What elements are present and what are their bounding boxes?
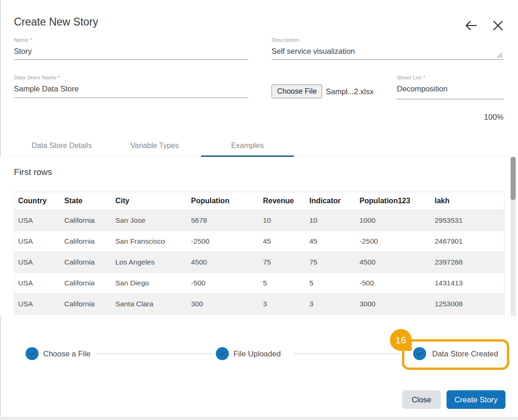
column-header: Population [188,192,259,210]
examples-panel: First rows Country State City Population… [0,157,518,317]
column-header: Country [14,192,61,210]
table-row-clipped [14,315,505,317]
table-cell: 4500 [356,252,431,273]
choose-file-button[interactable]: Choose File [272,84,322,98]
table-cell: San Franscisco [112,231,188,252]
table-row: USA California San Diego -500 5 5 -500 1… [14,273,505,294]
annotation-badge: 16 [390,329,412,351]
table-cell: 10 [306,210,356,231]
table-cell: 5 [259,273,306,294]
table-cell: USA [14,231,61,252]
first-rows-table: Country State City Population Revenue In… [14,192,505,317]
sheet-list-label: Sheet List * [397,75,504,80]
table-cell: 3 [259,294,306,315]
table-cell: 3000 [356,294,431,315]
table-cell: -500 [188,273,259,294]
data-store-name-label: Data Store Name * [14,75,248,80]
table-cell: USA [14,252,61,273]
name-label: Name * [14,37,248,43]
table-cell: USA [14,294,61,315]
close-icon[interactable] [492,19,505,32]
table-cell: USA [14,210,61,231]
step-file-uploaded-check-icon [216,347,229,360]
tab-bar: Data Store Details Variable Types Exampl… [15,135,294,157]
upload-progress-percent: 100% [457,113,504,122]
sheet-list-value[interactable]: Decomposition [397,84,504,93]
table-row: USA California Santa Clara 300 3 3 3000 … [14,294,505,315]
table-cell: 75 [306,252,356,273]
table-cell: 5678 [188,210,259,231]
name-value[interactable]: Story [14,47,248,56]
step-data-store-created-check-icon [413,347,426,360]
dialog-bottom-edge [0,417,518,420]
table-cell: 2397288 [431,252,505,273]
sheet-list-field[interactable]: Sheet List * Decomposition [397,75,504,99]
table-cell: 1000 [356,210,431,231]
table-cell: -500 [356,273,431,294]
table-cell: 300 [188,294,259,315]
table-cell: Los Angeles [112,252,188,273]
table-cell: 2953531 [431,210,505,231]
table-cell: 3 [306,294,356,315]
tab-variable-types[interactable]: Variable Types [108,135,201,157]
table-cell: California [61,294,112,315]
table-row: USA California Los Angeles 4500 75 75 45… [14,252,505,273]
table-row: USA California San Jose 5678 10 10 1000 … [14,210,505,231]
vertical-scrollbar-track[interactable] [511,157,516,317]
step-choose-file-label: Choose a File [43,349,91,358]
data-store-name-value[interactable]: Sample Data Store [14,84,248,93]
annotation-badge-number: 16 [395,335,406,346]
tab-data-store-details[interactable]: Data Store Details [15,135,108,157]
table-cell: -2500 [188,231,259,252]
name-underline [14,59,248,60]
column-header: Indicator [306,192,356,210]
table-row: USA California San Franscisco -2500 45 4… [14,231,505,252]
page-title: Create New Story [14,16,98,28]
create-story-button[interactable]: Create Story [447,390,505,409]
table-cell: 75 [259,252,306,273]
table-cell: California [61,252,112,273]
name-field[interactable]: Name * Story [14,37,248,60]
table-cell: 45 [306,231,356,252]
table-cell: 45 [259,231,306,252]
column-header: Revenue [259,192,306,210]
first-rows-heading: First rows [14,167,52,177]
table-cell: 2467901 [431,231,505,252]
table-cell: 1253008 [431,294,505,315]
table-cell: California [61,231,112,252]
table-cell: Santa Clara [112,294,188,315]
step-data-store-created-label: Data Store Created [432,349,498,358]
resize-handle-icon[interactable] [497,52,503,58]
back-icon[interactable] [465,19,478,32]
table-cell: California [61,273,112,294]
description-underline [272,59,504,60]
table-cell: USA [14,273,61,294]
step-file-uploaded-label: File Uploaded [233,349,281,358]
table-cell: California [61,210,112,231]
column-header: lakh [431,192,505,210]
table-cell: 1431413 [431,273,505,294]
column-header: City [112,192,188,210]
data-store-name-underline [14,97,248,98]
table-header-row: Country State City Population Revenue In… [14,192,505,210]
sheet-list-underline [397,99,504,99]
table-cell: San Diego [112,273,188,294]
stepper-connector [97,353,211,354]
description-value[interactable]: Self service visualization [272,47,504,56]
table-cell: 5 [306,273,356,294]
column-header: Population123 [356,192,431,210]
data-store-name-field[interactable]: Data Store Name * Sample Data Store [14,75,248,98]
vertical-scrollbar-thumb[interactable] [511,157,516,200]
column-header: State [61,192,112,210]
table-cell: -2500 [356,231,431,252]
description-label: Description [272,37,504,43]
table-cell: 10 [259,210,306,231]
chosen-file-name: Sampl...2.xlsx [326,87,374,96]
table-cell: San Jose [112,210,188,231]
tab-examples[interactable]: Examples [201,135,294,157]
table-cell: 4500 [188,252,259,273]
step-choose-file-check-icon [26,347,39,360]
description-field[interactable]: Description Self service visualization [272,37,504,60]
stepper-connector [293,353,402,354]
close-button[interactable]: Close [402,390,441,409]
